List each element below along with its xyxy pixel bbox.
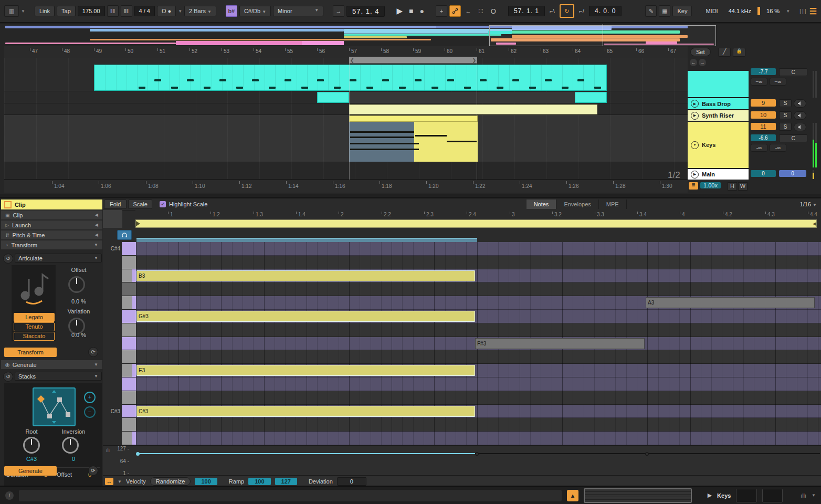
metronome-button[interactable]: O ● [157,6,176,16]
articulate-dropdown[interactable]: Articulate▼ [15,254,102,262]
drums-volume-field[interactable]: -7.7 [751,68,776,75]
section-pitch-time[interactable]: ⇵Pitch & Time◀ [1,230,102,240]
automation-arm-button[interactable] [449,5,461,17]
generate-button[interactable]: Generate [4,466,57,476]
section-generate[interactable]: ◎ Generate▼ [1,360,102,370]
piano-key-a3[interactable] [122,296,136,310]
section-clip[interactable]: ▣Clip◀ [1,211,102,220]
ramp-to-field[interactable]: 127 [275,478,297,485]
note-row-ds3[interactable] [103,377,821,391]
record-button[interactable]: ● [417,7,426,15]
stacks-hotswap-icon[interactable]: ↺ [3,372,13,382]
audition-icon[interactable]: ≣ [689,182,698,190]
midi-note-cs3[interactable]: C#3 [136,406,475,417]
playback-speed-field[interactable]: 1.00x [700,182,721,188]
section-transform[interactable]: ◔Transform▼ [1,240,102,250]
piano-key-gs3[interactable] [122,310,136,323]
key-map-button[interactable]: Key [672,6,692,16]
note-row-d3[interactable] [103,391,821,405]
stacks-add-icon[interactable]: + [84,392,96,403]
view-options-icon[interactable]: ▥ [4,5,19,17]
loop-brace[interactable]: ❮ ❯ [349,57,477,64]
keys-pan-field[interactable]: C [779,134,807,142]
capture-midi-icon[interactable]: ⛶ [476,6,486,16]
loop-length-field[interactable]: 4. 0. 0 [589,6,622,16]
tenuto-button[interactable]: Tenuto [14,322,55,331]
speaker-button[interactable] [794,99,806,108]
time-signature-field[interactable]: 4 / 4 [134,6,155,16]
unfold-icon[interactable]: ▾ [691,141,699,149]
link-button[interactable]: Link [35,6,55,16]
stop-button[interactable]: ■ [407,7,415,15]
velocity-marker[interactable] [645,452,649,456]
groove-quantize-menu[interactable]: 2 Bars ▼ [184,6,216,16]
section-expand-icon[interactable]: ◀ [95,213,98,217]
variation-value[interactable]: 0.0 % [58,332,100,338]
track-header-drums[interactable] [688,71,749,98]
speaker-button[interactable] [794,111,806,120]
tap-tempo-button[interactable]: Tap [57,6,76,16]
piano-key-b3[interactable] [122,269,136,283]
next-arrow-button[interactable]: → [699,59,706,66]
track-header-synth-riser[interactable]: ▶Synth Riser [688,110,749,121]
track-number-badge[interactable]: 10 [751,111,776,119]
drums-send-b[interactable]: −∞ [770,78,786,86]
loop-end-handle[interactable]: ❯ [472,58,476,63]
root-knob[interactable] [23,437,40,454]
midi-note-a3[interactable]: A3 [646,297,815,308]
note-row-c3[interactable] [103,418,821,432]
randomize-button[interactable]: Randomize [150,477,191,486]
show-device-chain-button[interactable]: ▲ [567,490,578,501]
chain-play-icon[interactable]: ▶ [708,492,712,499]
track-number-badge[interactable]: 11 [751,123,776,130]
session-record-icon[interactable]: O [488,6,499,16]
velocity-lane[interactable]: ılı 127 ‑64 ‑1 ‑ [103,445,821,476]
arrangement-position-field[interactable]: 57. 1. 4 [346,6,385,17]
tab-mpe[interactable]: MPE [599,200,627,209]
punch-out-icon[interactable]: ⌐/ [576,6,587,16]
fold-button[interactable]: Fold [104,200,127,209]
keys-clip-selected-region[interactable] [349,122,414,162]
play-button[interactable]: ▶ [394,6,405,16]
midi-note-fs3[interactable]: F#3 [475,338,645,349]
section-expand-icon[interactable]: ◀ [95,233,98,237]
keys-clip-header[interactable] [349,116,478,122]
velocity-marker[interactable] [475,452,479,456]
arrangement-tracks[interactable] [4,58,688,191]
play-icon[interactable]: ▶ [691,112,699,120]
tab-envelopes[interactable]: Envelopes [556,200,598,209]
row-grid[interactable] [136,377,821,391]
drums-clip[interactable] [94,65,607,91]
slope-tool-button[interactable]: ╱ [718,48,731,57]
solo-button[interactable]: S [779,99,792,107]
stacks-graph[interactable] [33,387,76,426]
keys-send-b[interactable]: -∞ [770,144,786,152]
generate-refresh-icon[interactable]: ⟳ [88,466,98,476]
row-grid[interactable] [136,418,821,432]
solo-button[interactable]: S [779,123,792,131]
clip-start-marker[interactable] [136,221,140,226]
arrangement-overview[interactable] [0,24,821,47]
section-expand-icon[interactable]: ◀ [95,223,98,227]
midi-note-b3[interactable]: B3 [136,270,475,281]
piano-key-as3[interactable] [122,282,136,296]
piano-key-d3[interactable] [122,391,136,405]
nudge-down-icon[interactable]: ‖‖ [107,5,119,17]
piano-key-cs4[interactable] [122,242,136,256]
device-chain-overview[interactable] [584,488,692,503]
cpu-chevron-icon[interactable]: ▼ [786,9,790,14]
play-icon[interactable]: ▶ [691,171,699,178]
stacks-remove-icon[interactable]: − [84,406,96,418]
keys-send-a[interactable]: -∞ [751,144,767,152]
height-zoom-button[interactable]: H [728,182,737,191]
follow-button[interactable]: → [333,5,344,17]
loop-start-field[interactable]: 57. 1. 1 [508,6,545,16]
row-grid[interactable] [136,391,821,405]
track-number-badge[interactable]: 9 [751,99,776,107]
bar-ruler[interactable]: 4748495051525354555657585960616263646566… [4,46,688,58]
track-header-main[interactable]: ▶Main [688,169,749,180]
scale-mode-icon[interactable]: b# [226,5,237,17]
keys-volume-field[interactable]: -6.6 [751,134,776,141]
track-header-bass-drop[interactable]: ▶Bass Drop [688,98,749,110]
loop-start-handle[interactable]: ❮ [350,58,354,63]
